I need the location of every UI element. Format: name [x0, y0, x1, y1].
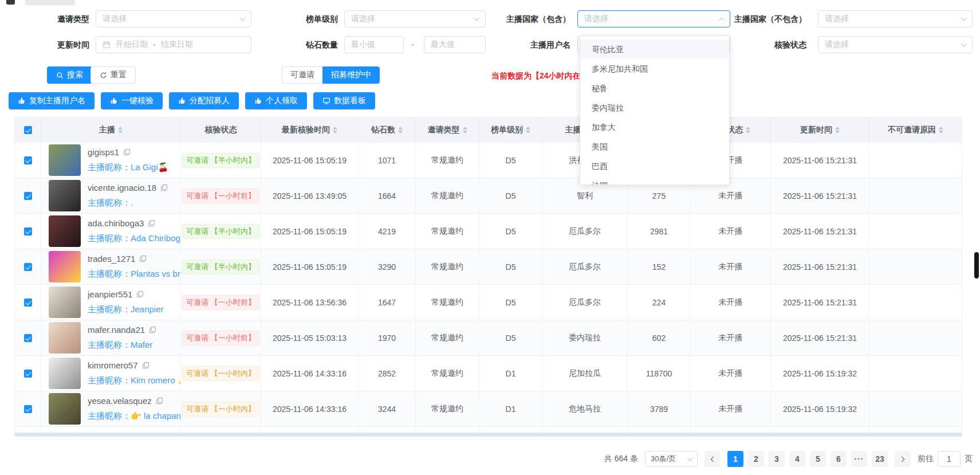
country-include-select[interactable]: 请选择	[577, 10, 730, 28]
anchor-username-line: yesea.velasquez	[88, 396, 180, 406]
action-button-复制主播用户名[interactable]: 复制主播用户名	[9, 92, 95, 109]
update-time-daterange[interactable]: 开始日期 - 结束日期	[96, 36, 251, 53]
row-checkbox[interactable]	[24, 263, 32, 271]
page-button-3[interactable]: 3	[769, 451, 785, 467]
row-checkbox[interactable]	[24, 405, 32, 413]
dropdown-option-6[interactable]: 美国	[580, 137, 729, 156]
verify-status-badge: 可邀请 【一小时内】	[182, 402, 259, 417]
copy-icon[interactable]	[139, 255, 147, 262]
avatar	[49, 251, 81, 282]
dropdown-option-4[interactable]: 委内瑞拉	[580, 98, 729, 117]
anchor-nickname-link[interactable]: .	[131, 198, 133, 207]
anchor-username: vicente.ignacio.18	[88, 183, 156, 193]
dropdown-option-2[interactable]: 多米尼加共和国	[580, 59, 729, 78]
sort-caret-icon[interactable]	[463, 127, 467, 134]
row-checkbox[interactable]	[24, 370, 32, 378]
action-button-数据看板[interactable]: 数据看板	[313, 92, 375, 109]
page-button-5[interactable]: 5	[810, 451, 826, 467]
reset-button[interactable]: 重置	[90, 66, 136, 84]
page-button-2[interactable]: 2	[748, 451, 764, 467]
dropdown-option-1[interactable]: 哥伦比亚	[580, 40, 729, 59]
avatar	[49, 144, 81, 176]
row-checkbox[interactable]	[24, 227, 32, 235]
copy-icon[interactable]	[160, 184, 168, 191]
column-header-invite_type[interactable]: 邀请类型	[416, 117, 479, 143]
cell-country: 危地马拉	[542, 391, 628, 426]
pagination: 共 664 条 30条/页 123456···23 前往 页	[604, 451, 973, 467]
row-checkbox[interactable]	[24, 334, 32, 342]
anchor-nickname-link[interactable]: Mafer	[131, 340, 152, 350]
page-button-4[interactable]: 4	[789, 451, 805, 467]
copy-icon[interactable]	[148, 219, 155, 227]
column-header-update_time[interactable]: 更新时间	[771, 117, 869, 143]
avatar	[49, 180, 81, 211]
action-button-一键核验[interactable]: 一键核验	[101, 92, 163, 109]
column-header-diamonds[interactable]: 钻石数	[359, 117, 416, 143]
chevron-right-icon	[899, 456, 905, 462]
copy-icon[interactable]	[136, 291, 144, 298]
cell-block-reason	[869, 356, 962, 391]
dropdown-option-3[interactable]: 秘鲁	[580, 78, 729, 98]
invite-type-select[interactable]: 请选择	[96, 10, 251, 28]
anchor-nickname-link[interactable]: 👉 la chaparrit	[131, 411, 180, 421]
sort-caret-icon[interactable]	[835, 127, 840, 134]
row-checkbox[interactable]	[24, 156, 32, 164]
rank-level-select[interactable]: 请选择	[344, 10, 486, 28]
vertical-scrollbar-thumb[interactable]	[974, 252, 979, 278]
anchor-nickname-link[interactable]: Jeanpier	[131, 304, 164, 314]
filter-label-username: 主播用户名	[485, 36, 570, 53]
cell-live-status: 未开播	[691, 285, 771, 320]
anchor-nickname-link[interactable]: Plantas vs brai	[131, 269, 180, 278]
anchor-nickname-link[interactable]: La Gigi🍒	[131, 162, 168, 172]
cell-live-status: 未开播	[691, 320, 771, 355]
horizontal-scrollbar[interactable]	[14, 433, 962, 437]
copy-icon[interactable]	[123, 148, 131, 156]
diamonds-min-input[interactable]: 最小值	[344, 36, 404, 53]
cell-verify-status: 可邀请 【一小时前】	[181, 285, 261, 320]
verify-status-select[interactable]: 请选择	[818, 36, 973, 53]
sort-caret-icon[interactable]	[746, 127, 750, 134]
toggle-invitable[interactable]: 可邀请	[282, 66, 322, 84]
action-button-分配招募人[interactable]: 分配招募人	[169, 92, 239, 109]
anchor-nickname-line: 主播昵称：La Gigi🍒	[88, 162, 168, 173]
select-all-checkbox[interactable]	[24, 126, 32, 134]
diamonds-max-input[interactable]: 最大值	[424, 36, 486, 53]
cell-update-time: 2025-11-06 15:21:31	[771, 285, 869, 320]
copy-icon[interactable]	[149, 326, 156, 333]
toggle-recruit-maintain[interactable]: 招募维护中	[322, 66, 380, 84]
table-row: trades_1271主播昵称：Plantas vs brai可邀请 【半小时内…	[15, 249, 962, 285]
sort-caret-icon[interactable]	[526, 127, 530, 134]
page-button-1[interactable]: 1	[727, 451, 743, 467]
action-button-个人领取[interactable]: 个人领取	[245, 92, 307, 109]
dropdown-option-5[interactable]: 加拿大	[580, 117, 729, 137]
copy-icon[interactable]	[142, 362, 149, 369]
page-ellipsis[interactable]: ···	[851, 451, 867, 467]
country-exclude-select[interactable]: 请选择	[818, 10, 973, 28]
cell-country: 厄瓜多尔	[542, 249, 628, 284]
page-button-23[interactable]: 23	[872, 451, 888, 467]
anchor-nickname-link[interactable]: Kim romero ✨	[131, 375, 180, 385]
sort-caret-icon[interactable]	[118, 127, 123, 134]
goto-page-input[interactable]	[938, 451, 961, 467]
cell-update-time: 2025-11-06 15:21:31	[771, 214, 869, 249]
next-page-button[interactable]	[895, 451, 911, 467]
anchor-username-line: jeanpier551	[88, 289, 164, 299]
column-header-block_reason[interactable]: 不可邀请原因	[869, 117, 962, 143]
dropdown-option-7[interactable]: 巴西	[580, 156, 729, 176]
prev-page-button[interactable]	[705, 451, 721, 467]
column-header-verify_time[interactable]: 最新核验时间	[261, 117, 359, 143]
sort-caret-icon[interactable]	[398, 127, 403, 134]
anchor-nickname-link[interactable]: Ada Chiriboga	[131, 233, 180, 243]
dropdown-option-8[interactable]: 法国	[580, 176, 729, 185]
copy-icon[interactable]	[156, 397, 163, 405]
search-button[interactable]: 搜索	[47, 66, 92, 84]
sort-caret-icon[interactable]	[939, 127, 943, 134]
column-header-rank_level[interactable]: 榜单级别	[479, 117, 542, 143]
row-checkbox[interactable]	[24, 299, 32, 307]
cell-verify-status: 可邀请 【一小时前】	[181, 320, 261, 355]
column-header-anchor[interactable]: 主播	[41, 117, 181, 143]
page-button-6[interactable]: 6	[831, 451, 847, 467]
row-checkbox[interactable]	[24, 192, 32, 200]
page-size-select[interactable]: 30条/页	[645, 451, 698, 467]
sort-caret-icon[interactable]	[333, 127, 337, 134]
